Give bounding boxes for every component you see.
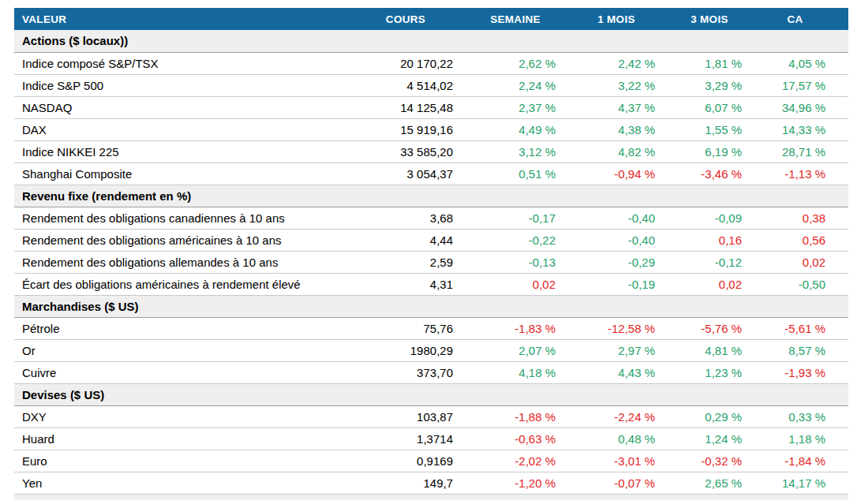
change-value: 4,82 % [567,140,666,162]
cours-value: 14 125,48 [347,96,464,118]
cours-value: 15 919,16 [347,118,464,140]
section-title: Actions ($ locaux)) [14,30,848,52]
change-value: 0,56 [753,229,848,251]
table-row: Shanghai Composite3 054,370,51 %-0,94 %-… [14,162,848,185]
column-header-1mois: 1 MOIS [567,8,666,30]
column-header-valeur: VALEUR [14,8,347,30]
change-value: -0,17 [464,207,567,229]
section-row: Actions ($ locaux)) [14,30,848,52]
section-title: Devises ($ US) [14,383,848,405]
row-label: Pétrole [14,317,347,339]
table-row: Écart des obligations américaines à rend… [14,273,848,295]
change-value: -1,13 % [753,162,848,185]
cours-value: 373,70 [347,361,464,383]
section-row: Devises ($ US) [14,383,848,405]
change-value: 2,42 % [567,52,666,74]
cours-value: 20 170,22 [347,52,464,74]
change-value: 34,96 % [753,96,848,118]
row-label: Or [14,339,347,361]
change-value: 0,29 % [666,405,753,427]
change-value: 14,33 % [753,118,848,140]
row-label: Indice NIKKEI 225 [14,140,347,162]
change-value: -0,19 [567,273,666,295]
row-label: Rendement des obligations canadiennes à … [14,207,347,229]
row-label: Rendement des obligations allemandes à 1… [14,251,347,273]
change-value: 2,62 % [464,52,567,74]
change-value: 2,37 % [464,96,567,118]
change-value: 6,19 % [666,140,753,162]
table-row: DXY103,87-1,88 %-2,24 %0,29 %0,33 % [14,405,848,427]
change-value: 3,12 % [464,140,567,162]
change-value: -0,09 [666,207,753,229]
change-value: -5,61 % [753,317,848,339]
cours-value: 0,9169 [347,450,464,472]
change-value: 2,24 % [464,74,567,96]
row-label: NASDAQ [14,96,347,118]
change-value: 0,33 % [753,405,848,427]
table-row: Pétrole75,76-1,83 %-12,58 %-5,76 %-5,61 … [14,317,848,339]
change-value: 0,02 [753,251,848,273]
cours-value: 33 585,20 [347,140,464,162]
change-value: -0,40 [567,229,666,251]
change-value: 4,18 % [464,361,567,383]
table-row: Huard1,3714-0,63 %0,48 %1,24 %1,18 % [14,427,848,450]
cours-value: 2,59 [347,251,464,273]
cours-value: 149,7 [347,472,464,494]
change-value: 0,38 [753,207,848,229]
cours-value: 3,68 [347,207,464,229]
change-value: -0,94 % [567,162,666,185]
change-value: -0,12 [666,251,753,273]
change-value: -0,07 % [567,472,666,494]
change-value: 14,17 % [753,472,848,494]
table-row: Cuivre373,704,18 %4,43 %1,23 %-1,93 % [14,361,848,383]
change-value: -5,76 % [666,317,753,339]
change-value: 17,57 % [753,74,848,96]
change-value: 3,22 % [567,74,666,96]
row-label: Huard [14,427,347,450]
cours-value: 4,31 [347,273,464,295]
table-row: Euro0,9169-2,02 %-3,01 %-0,32 %-1,84 % [14,450,848,472]
change-value: -0,13 [464,251,567,273]
row-label: Indice composé S&P/TSX [14,52,347,74]
row-label: Yen [14,472,347,494]
cours-value: 1980,29 [347,339,464,361]
table-row: Yen149,7-1,20 %-0,07 %2,65 %14,17 % [14,472,848,494]
change-value: -3,46 % [666,162,753,185]
change-value: -1,20 % [464,472,567,494]
column-header-semaine: SEMAINE [464,8,567,30]
change-value: -3,01 % [567,450,666,472]
change-value: 0,02 [464,273,567,295]
change-value: 4,49 % [464,118,567,140]
table-row: Rendement des obligations canadiennes à … [14,207,848,229]
table-row: Rendement des obligations allemandes à 1… [14,251,848,273]
change-value: 1,23 % [666,361,753,383]
change-value: -0,22 [464,229,567,251]
table-row: Indice composé S&P/TSX20 170,222,62 %2,4… [14,52,848,74]
change-value: -12,58 % [567,317,666,339]
row-label: Shanghai Composite [14,162,347,185]
section-title: Marchandises ($ US) [14,295,848,317]
change-value: 0,02 [666,273,753,295]
section-title: Revenu fixe (rendement en %) [14,185,848,207]
change-value: 2,65 % [666,472,753,494]
market-summary-table: VALEUR COURS SEMAINE 1 MOIS 3 MOIS CA Ac… [14,8,848,500]
change-value: -0,50 [753,273,848,295]
row-label: Euro [14,450,347,472]
change-value: 0,51 % [464,162,567,185]
change-value: -1,93 % [753,361,848,383]
table-row: Indice NIKKEI 22533 585,203,12 %4,82 %6,… [14,140,848,162]
cours-value: 3 054,37 [347,162,464,185]
change-value: -1,84 % [753,450,848,472]
change-value: 1,81 % [666,52,753,74]
section-row: Marchandises ($ US) [14,295,848,317]
table-header-row: VALEUR COURS SEMAINE 1 MOIS 3 MOIS CA [14,8,848,30]
change-value: 2,97 % [567,339,666,361]
change-value: 8,57 % [753,339,848,361]
row-label: Écart des obligations américaines à rend… [14,273,347,295]
cours-value: 4,44 [347,229,464,251]
change-value: 0,48 % [567,427,666,450]
change-value: -1,83 % [464,317,567,339]
section-row: Revenu fixe (rendement en %) [14,185,848,207]
change-value: 1,18 % [753,427,848,450]
change-value: 0,16 [666,229,753,251]
